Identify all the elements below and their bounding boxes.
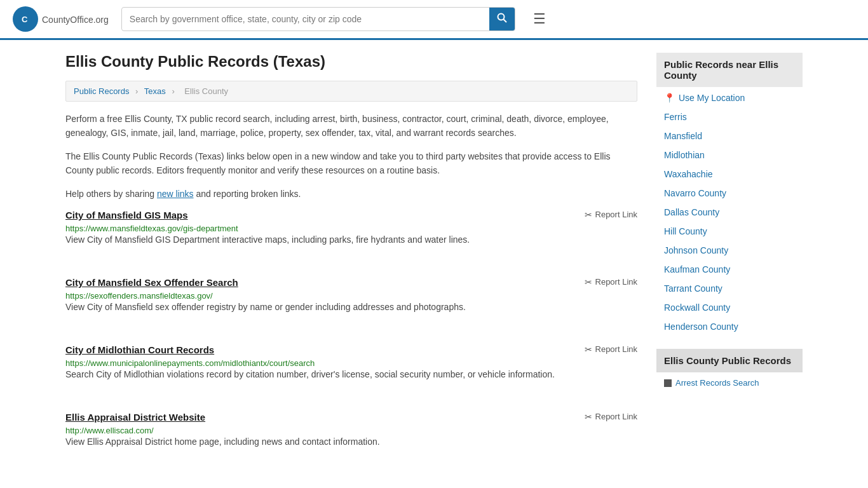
report-label: Report Link [595,344,637,354]
svg-text:C: C [22,15,28,24]
nearby-item[interactable]: Hill County [656,222,803,241]
nearby-link[interactable]: Navarro County [664,188,726,198]
svg-point-2 [498,14,504,20]
nearby-items: FerrisMansfieldMidlothianWaxahachieNavar… [656,107,803,336]
report-icon: ✂ [585,277,592,287]
records-sidebar-item[interactable]: Arrest Records Search [656,374,803,392]
report-icon: ✂ [585,344,592,355]
breadcrumb: Public Records › Texas › Ellis County [65,81,637,102]
report-label: Report Link [595,210,637,219]
nearby-link[interactable]: Dallas County [664,207,719,217]
record-title[interactable]: Ellis Appraisal District Website [65,412,205,423]
nearby-item[interactable]: Ferris [656,107,803,126]
records-sidebar-header: Ellis County Public Records [656,349,803,372]
use-my-location-link[interactable]: Use My Location [679,93,745,103]
nearby-item[interactable]: Henderson County [656,317,803,336]
nearby-item[interactable]: Tarrant County [656,279,803,298]
record-header: City of Midlothian Court Records ✂ Repor… [65,344,637,355]
header: C CountyOffice.org ☰ [0,0,868,40]
breadcrumb-ellis-county: Ellis County [184,86,228,96]
record-entry: Ellis Appraisal District Website ✂ Repor… [65,412,637,461]
record-description: View City of Mansfield sex offender regi… [65,301,637,314]
record-description: Search City of Midlothian violations rec… [65,368,637,381]
records-list: City of Mansfield GIS Maps ✂ Report Link… [65,210,637,461]
use-my-location-item[interactable]: 📍 Use My Location [656,88,803,107]
sidebar: Public Records near Ellis County 📍 Use M… [656,53,803,479]
record-url[interactable]: http://www.elliscad.com/ [65,426,154,435]
report-link-button[interactable]: ✂ Report Link [585,277,637,287]
hamburger-menu[interactable]: ☰ [528,8,551,30]
nearby-link[interactable]: Kaufman County [664,264,730,274]
records-sidebar-items: Arrest Records Search [656,374,803,392]
nearby-item[interactable]: Dallas County [656,203,803,222]
nearby-link[interactable]: Waxahachie [664,169,713,179]
nearby-link[interactable]: Henderson County [664,322,738,332]
record-title[interactable]: City of Mansfield GIS Maps [65,210,188,220]
records-sidebar-link[interactable]: Arrest Records Search [675,378,759,388]
nearby-item[interactable]: Rockwall County [656,298,803,317]
logo-icon: C [13,6,38,32]
nearby-header: Public Records near Ellis County [656,53,803,87]
nearby-link[interactable]: Midlothian [664,150,705,160]
description-1: Perform a free Ellis County, TX public r… [65,112,637,140]
nearby-link[interactable]: Johnson County [664,245,728,255]
location-icon: 📍 [664,93,675,103]
record-entry: City of Mansfield Sex Offender Search ✂ … [65,277,637,327]
logo[interactable]: C CountyOffice.org [13,6,109,32]
page-title: Ellis County Public Records (Texas) [65,53,637,71]
nearby-section: Public Records near Ellis County 📍 Use M… [656,53,803,336]
record-header: City of Mansfield Sex Offender Search ✂ … [65,277,637,288]
report-link-button[interactable]: ✂ Report Link [585,210,637,220]
nearby-link[interactable]: Hill County [664,226,707,236]
breadcrumb-texas[interactable]: Texas [144,86,166,96]
record-entry: City of Mansfield GIS Maps ✂ Report Link… [65,210,637,259]
nearby-link[interactable]: Tarrant County [664,283,722,294]
search-bar [121,7,515,31]
record-header: Ellis Appraisal District Website ✂ Repor… [65,412,637,423]
record-entry: City of Midlothian Court Records ✂ Repor… [65,344,637,394]
report-icon: ✂ [585,412,592,422]
record-bullet-icon [664,379,672,387]
nearby-item[interactable]: Navarro County [656,184,803,203]
breadcrumb-public-records[interactable]: Public Records [74,86,129,96]
report-label: Report Link [595,277,637,287]
content-area: Ellis County Public Records (Texas) Publ… [65,53,637,479]
record-url[interactable]: https://www.mansfieldtexas.gov/gis-depar… [65,224,238,233]
nearby-item[interactable]: Kaufman County [656,260,803,279]
report-link-button[interactable]: ✂ Report Link [585,412,637,422]
description-2: The Ellis County Public Records (Texas) … [65,149,637,178]
record-url[interactable]: https://www.municipalonlinepayments.com/… [65,358,315,368]
search-input[interactable] [122,9,489,29]
record-header: City of Mansfield GIS Maps ✂ Report Link [65,210,637,220]
nearby-link[interactable]: Ferris [664,112,687,122]
new-links-link[interactable]: new links [157,189,194,199]
record-title[interactable]: City of Mansfield Sex Offender Search [65,277,238,288]
record-url[interactable]: https://sexoffenders.mansfieldtexas.gov/ [65,291,213,301]
search-button[interactable] [489,8,515,30]
record-description: View Ellis Appraisal District home page,… [65,435,637,449]
nearby-item[interactable]: Midlothian [656,146,803,165]
record-description: View City of Mansfield GIS Department in… [65,233,637,247]
logo-text: CountyOffice.org [42,13,109,26]
nearby-item[interactable]: Waxahachie [656,165,803,184]
main-container: Ellis County Public Records (Texas) Publ… [53,40,815,488]
report-icon: ✂ [585,210,592,220]
svg-line-3 [503,20,506,23]
nearby-link[interactable]: Mansfield [664,131,702,141]
record-title[interactable]: City of Midlothian Court Records [65,344,214,355]
nearby-item[interactable]: Johnson County [656,241,803,260]
records-sidebar-section: Ellis County Public Records Arrest Recor… [656,349,803,392]
description-3: Help others by sharing new links and rep… [65,187,637,201]
nearby-item[interactable]: Mansfield [656,126,803,146]
nearby-link[interactable]: Rockwall County [664,302,730,313]
report-link-button[interactable]: ✂ Report Link [585,344,637,355]
report-label: Report Link [595,412,637,421]
